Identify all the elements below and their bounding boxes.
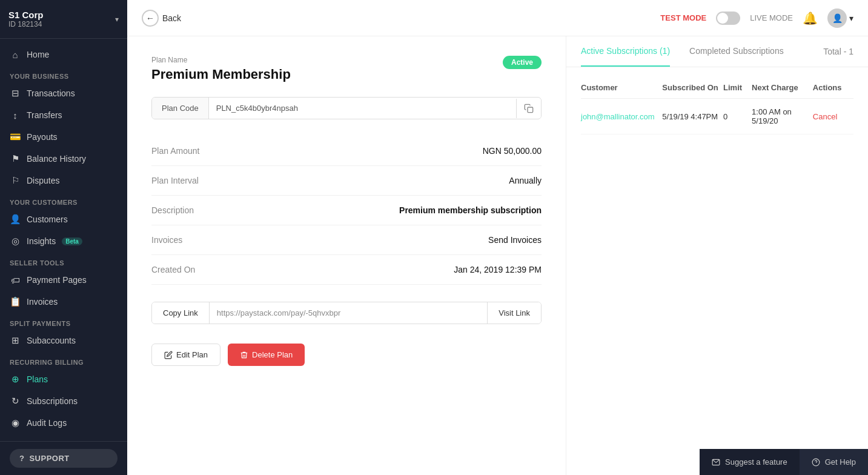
plan-description-row: Description Premium membership subscript… <box>151 196 542 225</box>
copy-link-button[interactable]: Copy Link <box>152 302 210 324</box>
back-button[interactable]: ← Back <box>142 10 181 27</box>
delete-plan-label: Delete Plan <box>252 350 293 359</box>
plan-header: Plan Name Premium Membership Active <box>151 56 542 82</box>
avatar-button[interactable]: 👤 ▾ <box>827 8 853 28</box>
plan-code-input[interactable] <box>209 98 516 119</box>
plan-description-value: Premium membership subscription <box>273 205 542 215</box>
sidebar-item-subaccounts-label: Subaccounts <box>27 336 76 345</box>
company-name: S1 Corp <box>8 10 44 20</box>
sidebar-item-insights-label: Insights <box>27 236 56 246</box>
visit-link-button[interactable]: Visit Link <box>487 302 541 324</box>
edit-plan-label: Edit Plan <box>176 350 208 359</box>
subscription-next-charge: 1:00 AM on 5/19/20 <box>752 107 813 125</box>
plan-created-on-value: Jan 24, 2019 12:39 PM <box>273 265 542 274</box>
tab-active-subscriptions[interactable]: Active Subscriptions (1) <box>581 36 670 67</box>
tab-completed-subscriptions[interactable]: Completed Subscriptions <box>689 36 784 67</box>
svg-rect-0 <box>528 107 533 113</box>
sidebar-item-balance-history-label: Balance History <box>27 154 86 164</box>
sidebar-item-subscriptions[interactable]: ↻ Subscriptions <box>0 390 127 412</box>
support-button[interactable]: ? SUPPORT <box>10 449 118 468</box>
sidebar-item-insights[interactable]: ◎ Insights Beta <box>0 230 127 252</box>
edit-icon <box>164 351 173 359</box>
company-id: ID 182134 <box>8 20 44 28</box>
sidebar-item-payment-pages[interactable]: 🏷 Payment Pages <box>0 269 127 291</box>
get-help-label: Get Help <box>825 457 856 467</box>
plan-amount-value: NGN 50,000.00 <box>273 146 542 156</box>
plan-invoices-row: Invoices Send Invoices <box>151 225 542 255</box>
plan-code-label: Plan Code <box>152 98 209 119</box>
copy-icon <box>524 104 534 113</box>
sidebar-item-customers[interactable]: 👤 Customers <box>0 208 127 230</box>
test-mode-label: TEST MODE <box>660 13 706 22</box>
subscriptions-panel: Active Subscriptions (1) Completed Subsc… <box>566 36 868 475</box>
back-label: Back <box>162 13 181 23</box>
envelope-icon <box>712 458 720 467</box>
subaccounts-icon: ⊞ <box>10 335 21 346</box>
th-subscribed-on: Subscribed On <box>662 83 723 92</box>
plan-invoices-label: Invoices <box>151 235 273 245</box>
sidebar-item-transfers-label: Transfers <box>27 110 62 120</box>
subscriptions-icon: ↻ <box>10 396 21 407</box>
sidebar-item-home-label: Home <box>27 50 49 59</box>
active-status-badge: Active <box>503 56 542 69</box>
transactions-icon: ⊟ <box>10 88 21 99</box>
balance-history-icon: ⚑ <box>10 153 21 164</box>
delete-plan-button[interactable]: Delete Plan <box>228 344 305 366</box>
subscriptions-table: Customer Subscribed On Limit Next Charge… <box>566 67 868 475</box>
subscription-cancel-button[interactable]: Cancel <box>813 112 853 121</box>
section-your-business: YOUR BUSINESS <box>0 65 127 82</box>
plan-interval-label: Plan Interval <box>151 176 273 185</box>
section-your-customers: YOUR CUSTOMERS <box>0 191 127 208</box>
company-info: S1 Corp ID 182134 <box>8 10 44 28</box>
transfers-icon: ↕ <box>10 110 21 121</box>
subscription-limit: 0 <box>723 112 752 121</box>
table-row: john@mallinator.com 5/19/19 4:47PM 0 1:0… <box>581 99 853 135</box>
support-label: SUPPORT <box>29 454 69 463</box>
plan-invoices-value: Send Invoices <box>273 235 542 245</box>
plan-description-label: Description <box>151 205 273 215</box>
plan-name-field-label: Plan Name <box>151 56 291 64</box>
th-next-charge: Next Charge <box>752 83 813 92</box>
th-customer: Customer <box>581 83 662 92</box>
sidebar-header[interactable]: S1 Corp ID 182134 ▾ <box>0 0 127 39</box>
table-header: Customer Subscribed On Limit Next Charge… <box>581 77 853 99</box>
sidebar-item-plans[interactable]: ⊕ Plans <box>0 368 127 390</box>
plan-title-block: Plan Name Premium Membership <box>151 56 291 82</box>
sidebar-nav: ⌂ Home YOUR BUSINESS ⊟ Transactions ↕ Tr… <box>0 39 127 441</box>
sidebar-item-payment-pages-label: Payment Pages <box>27 275 87 285</box>
copy-plan-code-button[interactable] <box>516 99 541 118</box>
get-help-button[interactable]: Get Help <box>800 449 868 475</box>
mode-toggle[interactable] <box>716 12 740 25</box>
back-arrow-icon: ← <box>142 10 159 27</box>
edit-plan-button[interactable]: Edit Plan <box>151 344 220 366</box>
sidebar-item-audit-logs[interactable]: ◉ Audit Logs <box>0 412 127 434</box>
subscription-customer-email[interactable]: john@mallinator.com <box>581 112 662 121</box>
sidebar-item-invoices[interactable]: 📋 Invoices <box>0 291 127 313</box>
avatar: 👤 <box>827 8 847 28</box>
sidebar: S1 Corp ID 182134 ▾ ⌂ Home YOUR BUSINESS… <box>0 0 127 475</box>
sidebar-item-home[interactable]: ⌂ Home <box>0 44 127 65</box>
chevron-down-icon[interactable]: ▾ <box>115 15 119 24</box>
sidebar-item-payouts[interactable]: 💳 Payouts <box>0 126 127 148</box>
sidebar-item-disputes[interactable]: ⚐ Disputes <box>0 170 127 191</box>
plans-icon: ⊕ <box>10 374 21 385</box>
notification-bell-icon[interactable]: 🔔 <box>803 11 818 25</box>
topbar: ← Back TEST MODE LIVE MODE 🔔 👤 ▾ <box>127 0 868 36</box>
topbar-left: ← Back <box>142 10 181 27</box>
plan-interval-row: Plan Interval Annually <box>151 166 542 196</box>
plan-amount-row: Plan Amount NGN 50,000.00 <box>151 136 542 166</box>
topbar-right: TEST MODE LIVE MODE 🔔 👤 ▾ <box>660 8 853 28</box>
section-recurring-billing: RECURRING BILLING <box>0 351 127 368</box>
sidebar-item-transactions[interactable]: ⊟ Transactions <box>0 82 127 104</box>
plan-details-panel: Plan Name Premium Membership Active Plan… <box>127 36 566 475</box>
sidebar-item-transfers[interactable]: ↕ Transfers <box>0 104 127 126</box>
suggest-feature-button[interactable]: Suggest a feature <box>700 449 800 475</box>
delete-icon <box>240 351 248 359</box>
main-content: ← Back TEST MODE LIVE MODE 🔔 👤 ▾ Plan Na… <box>127 0 868 475</box>
payment-pages-icon: 🏷 <box>10 274 21 285</box>
audit-logs-icon: ◉ <box>10 417 21 428</box>
sidebar-item-subaccounts[interactable]: ⊞ Subaccounts <box>0 330 127 351</box>
sidebar-item-transactions-label: Transactions <box>27 88 75 98</box>
sidebar-item-balance-history[interactable]: ⚑ Balance History <box>0 148 127 170</box>
plan-link-input[interactable] <box>210 302 487 324</box>
